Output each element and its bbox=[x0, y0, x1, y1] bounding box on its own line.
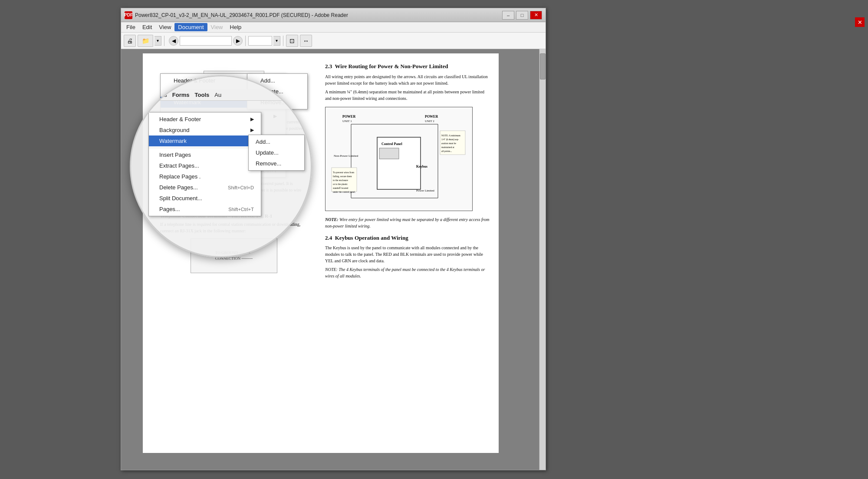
content-area: DSCRM-1CCOM NC NO is designed so led by … bbox=[121, 49, 546, 470]
svg-text:To prevent wires from: To prevent wires from bbox=[333, 171, 355, 174]
svg-text:NOTE: A minimum: NOTE: A minimum bbox=[441, 134, 460, 137]
prev-page-button[interactable]: ◀ bbox=[169, 36, 178, 46]
section-23-text: All wiring entry points are designated b… bbox=[325, 73, 490, 86]
close-button[interactable]: ✕ bbox=[530, 11, 542, 20]
sep1 bbox=[164, 36, 164, 46]
menu-item-insert-pages[interactable]: Insert Pages ▶ bbox=[161, 111, 286, 122]
svg-text:POWER: POWER bbox=[342, 115, 355, 119]
window-controls: – □ ✕ bbox=[502, 11, 542, 20]
watermark-add[interactable]: Add... bbox=[247, 75, 307, 86]
circuit-svg: POWER UNIT 1 POWER UNIT 2 Control Panel bbox=[329, 111, 468, 207]
toolbar-group-nav: 📁 ▾ bbox=[138, 35, 161, 47]
watermark-submenu: Add... Update... Remove... bbox=[247, 73, 308, 109]
toolbar: 🖨 📁 ▾ ◀ ▶ 92,8% ▾ ⊡ ↔ bbox=[121, 33, 546, 49]
page-nav: ◀ ▶ bbox=[169, 36, 243, 46]
svg-text:falling, secure them: falling, secure them bbox=[333, 175, 352, 178]
pdf-tel-title: Telephone Connection Terminals - TIP, RI… bbox=[160, 212, 308, 220]
svg-text:Power Limited: Power Limited bbox=[416, 189, 434, 192]
section-23-title: 2.3 Wire Routing for Power & Non-Power L… bbox=[325, 62, 490, 71]
title-bar: PDF Power832_CP-01_v3-2_IM_EN_NA-UL_2903… bbox=[121, 8, 546, 22]
svg-rect-11 bbox=[379, 148, 399, 159]
app-icon-text: PDF bbox=[124, 13, 133, 17]
section-24-note: NOTE: The 4 Keybus terminals of the pane… bbox=[325, 266, 490, 279]
sep3 bbox=[283, 36, 283, 46]
menu-edit[interactable]: Edit bbox=[139, 23, 155, 31]
app-icon: PDF bbox=[125, 11, 132, 19]
zoom-input[interactable]: 92,8% bbox=[248, 36, 272, 46]
svg-text:under the control panel.: under the control panel. bbox=[333, 191, 356, 193]
menu-view2[interactable]: View bbox=[207, 23, 227, 31]
watermark-remove[interactable]: Remove... bbox=[247, 97, 307, 108]
svg-text:to the enclosure: to the enclosure bbox=[333, 179, 348, 182]
menu-file[interactable]: File bbox=[123, 23, 139, 31]
maximize-button[interactable]: □ bbox=[516, 11, 528, 20]
svg-text:POWER: POWER bbox=[425, 115, 438, 119]
zoom-group: 92,8% ▾ bbox=[248, 36, 280, 46]
extra-close-button[interactable]: ✕ bbox=[855, 17, 865, 27]
watermark-update[interactable]: Update... bbox=[247, 86, 307, 97]
svg-text:Control Panel: Control Panel bbox=[381, 142, 402, 146]
svg-text:maintained at: maintained at bbox=[441, 146, 454, 149]
menu-document[interactable]: Document bbox=[174, 23, 207, 31]
section-24-title: 2.4 Keybus Operation and Wiring bbox=[325, 234, 490, 242]
pdf-tel-text: If a telephone line is required for cent… bbox=[160, 221, 308, 234]
menu-bar: File Edit View Document View Help bbox=[121, 22, 546, 33]
main-circuit-diagram: POWER UNIT 1 POWER UNIT 2 Control Panel bbox=[325, 107, 473, 211]
svg-text:1/4" (6.4mm) sep-: 1/4" (6.4mm) sep- bbox=[441, 138, 459, 141]
print-button[interactable]: 🖨 bbox=[124, 35, 136, 47]
menu-item-delete-pages[interactable]: Delete Pages... Shift+Ctrl+D bbox=[161, 143, 286, 154]
pdf-right-col: 2.3 Wire Routing for Power & Non-Power L… bbox=[325, 62, 490, 279]
fit-page-button[interactable]: ⊡ bbox=[286, 35, 298, 47]
minimize-button[interactable]: – bbox=[502, 11, 514, 20]
svg-text:or to the plastic: or to the plastic bbox=[333, 183, 348, 185]
svg-text:UNIT 2: UNIT 2 bbox=[425, 119, 434, 123]
window-title: Power832_CP-01_v3-2_IM_EN_NA-UL_29034674… bbox=[135, 12, 502, 18]
menu-view[interactable]: View bbox=[155, 23, 174, 31]
svg-text:Keybus: Keybus bbox=[416, 165, 427, 168]
scrollbar-thumb[interactable] bbox=[540, 53, 546, 79]
sep2 bbox=[245, 36, 246, 46]
menu-item-replace-pages[interactable]: Replace Pages... bbox=[161, 132, 286, 143]
svg-text:Non-Power Limited: Non-Power Limited bbox=[334, 154, 358, 158]
main-window: PDF Power832_CP-01_v3-2_IM_EN_NA-UL_2903… bbox=[121, 8, 546, 470]
scrollbar[interactable] bbox=[539, 49, 546, 470]
diagram-note: NOTE: Wire entry for power limited wirin… bbox=[325, 216, 490, 229]
svg-text:aration must be: aration must be bbox=[441, 142, 456, 145]
menu-item-extract-pages[interactable]: Extract Pages... bbox=[161, 122, 286, 132]
svg-text:UNIT 1: UNIT 1 bbox=[342, 119, 352, 123]
svg-text:all points...: all points... bbox=[441, 150, 452, 152]
fit-width-button[interactable]: ↔ bbox=[300, 35, 312, 47]
open-dropdown[interactable]: ▾ bbox=[155, 36, 161, 46]
pdf-zone-text2: For zone wiring specifics, see section '… bbox=[160, 202, 308, 208]
section-23-text2: A minimum ¼" (6.4mm) separation must be … bbox=[325, 89, 490, 102]
menu-item-pages[interactable]: Pages... Shift+Ctrl+T bbox=[161, 165, 286, 176]
open-button[interactable]: 📁 bbox=[138, 35, 153, 47]
zoom-dropdown[interactable]: ▾ bbox=[273, 36, 280, 46]
section-24-text: The Keybus is used by the panel to commu… bbox=[325, 244, 490, 264]
page-input[interactable] bbox=[180, 36, 232, 46]
next-page-button[interactable]: ▶ bbox=[233, 36, 243, 46]
svg-text:standoff located: standoff located bbox=[333, 187, 348, 189]
phone-diagram: TO GROUND ────CONNECTION ──── bbox=[191, 238, 277, 273]
menu-item-split-document[interactable]: Split Document... bbox=[161, 154, 286, 165]
menu-help[interactable]: Help bbox=[227, 23, 245, 31]
pdf-zone-text: Each detection device must be connected … bbox=[160, 180, 308, 200]
